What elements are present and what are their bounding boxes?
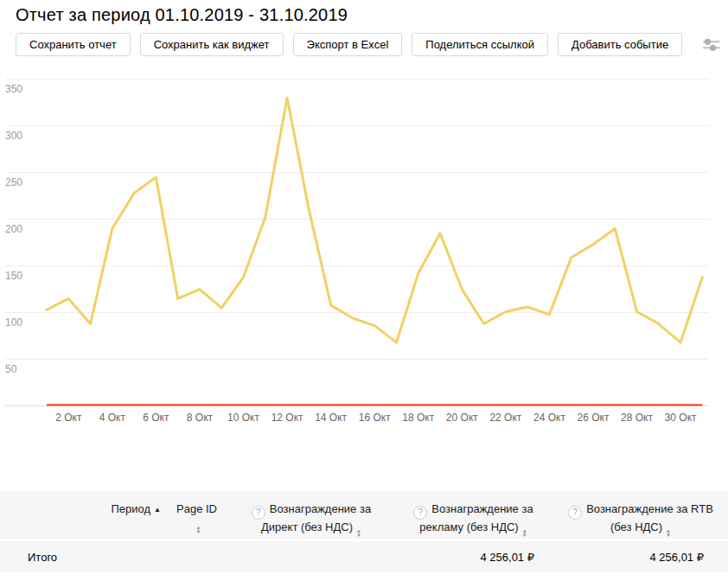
report-page: Отчет за период 01.10.2019 - 31.10.2019 … [0, 0, 728, 581]
help-icon[interactable]: ? [252, 506, 265, 520]
table-header-row: Период▲ Page ID▲▼ ?Вознаграждение за Дир… [0, 491, 728, 539]
line-chart: 501001502002503003502 Окт4 Окт6 Окт8 Окт… [0, 69, 728, 437]
toolbar: Сохранить отчет Сохранить как виджет Экс… [16, 33, 682, 56]
sort-both-icon[interactable]: ▲▼ [356, 529, 361, 538]
page-title: Отчет за период 01.10.2019 - 31.10.2019 [16, 5, 348, 25]
x-axis-label: 10 Окт [227, 412, 259, 424]
col-header-page-id[interactable]: Page ID▲▼ [164, 491, 229, 539]
x-axis-label: 12 Окт [271, 412, 303, 424]
y-axis-label: 300 [5, 130, 22, 142]
share-link-button[interactable]: Поделиться ссылкой [412, 33, 548, 56]
sort-both-icon[interactable]: ▲▼ [666, 529, 671, 538]
export-excel-button[interactable]: Экспорт в Excel [293, 33, 403, 56]
add-event-button[interactable]: Добавить событие [558, 33, 682, 56]
x-axis-label: 6 Окт [143, 412, 169, 424]
sort-both-icon[interactable]: ▲▼ [522, 529, 527, 538]
x-axis-label: 14 Окт [315, 412, 347, 424]
totals-table: Период▲ Page ID▲▼ ?Вознаграждение за Дир… [0, 491, 728, 572]
total-row-label: Итого [0, 551, 164, 564]
col-header-rtb-reward[interactable]: ?Вознаграждение за RTB (без НДС)▲▼ [553, 491, 728, 539]
col-header-period[interactable]: Период▲ [0, 491, 164, 539]
help-icon[interactable]: ? [413, 506, 427, 520]
x-axis-label: 8 Окт [187, 412, 214, 424]
x-axis-label: 2 Окт [55, 412, 82, 424]
total-row: Итого 4 256,01 ₽ 4 256,01 ₽ [0, 541, 728, 572]
x-axis-label: 22 Окт [489, 412, 521, 424]
col-header-ads-reward[interactable]: ?Вознаграждение за рекламу (без НДС)▲▼ [393, 491, 553, 539]
main-series-line[interactable] [47, 98, 702, 342]
save-as-widget-button[interactable]: Сохранить как виджет [140, 33, 284, 56]
total-ads-value: 4 256,01 ₽ [393, 551, 553, 564]
chart-controls: События ✓ Только для этого уровня статис… [0, 437, 728, 482]
x-axis-label: 20 Окт [446, 412, 478, 424]
total-rtb-value: 4 256,01 ₽ [553, 551, 728, 564]
x-axis-label: 24 Окт [533, 412, 565, 424]
y-axis-label: 50 [5, 363, 17, 375]
x-axis-label: 28 Окт [621, 412, 653, 424]
save-report-button[interactable]: Сохранить отчет [16, 33, 131, 56]
help-icon[interactable]: ? [568, 506, 582, 520]
x-axis-label: 4 Окт [99, 412, 126, 424]
sliders-icon[interactable] [702, 38, 721, 52]
x-axis-label: 26 Окт [578, 412, 610, 424]
y-axis-label: 150 [5, 270, 22, 282]
y-axis-label: 200 [5, 223, 22, 235]
col-header-direct-reward[interactable]: ?Вознаграждение за Директ (без НДС)▲▼ [229, 491, 393, 539]
y-axis-label: 350 [5, 83, 22, 95]
sort-both-icon[interactable]: ▲▼ [196, 526, 201, 534]
y-axis-label: 250 [5, 176, 22, 188]
x-axis-label: 18 Окт [402, 412, 434, 424]
x-axis-label: 16 Окт [359, 412, 391, 424]
sort-asc-icon[interactable]: ▲ [154, 502, 161, 517]
x-axis-label: 30 Окт [665, 412, 697, 424]
y-axis-label: 100 [5, 316, 22, 329]
